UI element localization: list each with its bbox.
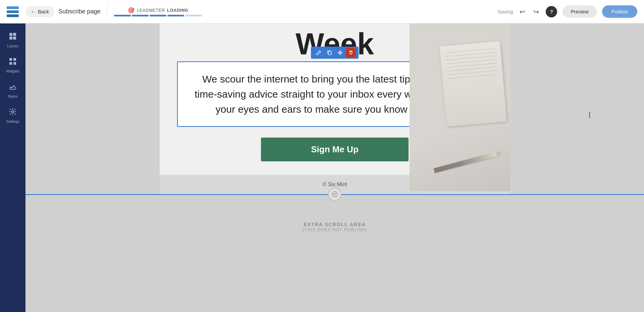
styles-icon: [9, 83, 17, 93]
main-content: Week: [25, 23, 644, 312]
move-block-button[interactable]: [335, 48, 345, 57]
publish-button[interactable]: Publish: [602, 5, 637, 18]
signup-label: Sign Me Up: [311, 144, 359, 154]
svg-rect-1: [13, 33, 16, 36]
block-toolbar: [311, 47, 359, 59]
signup-button[interactable]: Sign Me Up: [261, 138, 409, 161]
progress-seg-4: [167, 15, 184, 16]
leadmeter-label: 🎯 LEADMETER LOADING: [128, 7, 188, 13]
styles-label: Styles: [8, 94, 18, 98]
publish-label: Publish: [611, 9, 628, 14]
svg-rect-3: [13, 37, 16, 40]
extra-scroll-sublabel: (THIS DOES NOT PUBLISH): [32, 227, 637, 232]
sidebar-item-styles[interactable]: Styles: [1, 79, 24, 102]
sidebar-item-widgets[interactable]: Widgets: [1, 54, 24, 76]
progress-seg-3: [150, 15, 166, 16]
extra-scroll-label: EXTRA SCROLL AREA: [32, 222, 637, 227]
svg-rect-2: [9, 37, 12, 40]
layout-icon: [9, 32, 17, 42]
loading-text: LOADING: [167, 8, 188, 13]
topbar-divider: [107, 5, 107, 18]
widgets-label: Widgets: [6, 69, 19, 73]
leadmeter-section: 🎯 LEADMETER LOADING: [114, 7, 202, 16]
sidebar-item-layout[interactable]: Layout: [1, 29, 24, 51]
leadmeter-text: LEADMETER: [137, 8, 165, 13]
canvas-area: Week: [25, 23, 644, 312]
app-logo: [7, 5, 20, 18]
settings-icon: [9, 108, 17, 118]
topbar-right: Saving ↩ ↪ ? Preview Publish: [498, 5, 637, 18]
back-button[interactable]: ← Back: [25, 6, 54, 17]
settings-label: Settings: [6, 119, 19, 123]
page-wrapper: Week: [160, 23, 510, 194]
svg-rect-0: [9, 33, 12, 36]
widgets-icon: [9, 57, 17, 67]
sidebar: Layout Widgets Styles Sett: [0, 23, 25, 312]
undo-button[interactable]: ↩: [518, 6, 527, 17]
progress-seg-2: [132, 15, 149, 16]
preview-label: Preview: [571, 9, 588, 14]
topbar: ← Back Subscribe page 🎯 LEADMETER LOADIN…: [0, 0, 644, 23]
page-title: Subscribe page: [58, 8, 100, 15]
extra-scroll-area: EXTRA SCROLL AREA (THIS DOES NOT PUBLISH…: [25, 194, 644, 259]
progress-bar: [114, 15, 202, 16]
layout-label: Layout: [7, 44, 18, 48]
progress-seg-5: [185, 15, 202, 16]
help-button[interactable]: ?: [546, 6, 557, 17]
svg-rect-10: [328, 52, 331, 55]
delete-block-button[interactable]: [346, 48, 356, 57]
copyright-text: © Six Mint: [322, 181, 347, 187]
cursor-indicator: |: [589, 111, 590, 118]
saving-status: Saving: [498, 9, 513, 14]
expand-handle[interactable]: [328, 188, 341, 201]
back-arrow-icon: ←: [31, 9, 36, 14]
redo-button[interactable]: ↪: [532, 6, 540, 17]
svg-rect-7: [13, 62, 16, 65]
svg-rect-6: [9, 62, 12, 65]
progress-seg-1: [114, 15, 131, 16]
sidebar-item-settings[interactable]: Settings: [1, 104, 24, 127]
help-icon: ?: [550, 9, 553, 14]
svg-point-9: [12, 111, 14, 113]
svg-rect-4: [9, 58, 12, 61]
background-image: [410, 23, 510, 191]
target-icon: 🎯: [128, 7, 135, 13]
copy-block-button[interactable]: [324, 48, 334, 57]
preview-button[interactable]: Preview: [562, 5, 596, 18]
back-label: Back: [38, 9, 49, 14]
svg-rect-5: [13, 58, 16, 61]
edit-block-button[interactable]: [314, 48, 324, 57]
